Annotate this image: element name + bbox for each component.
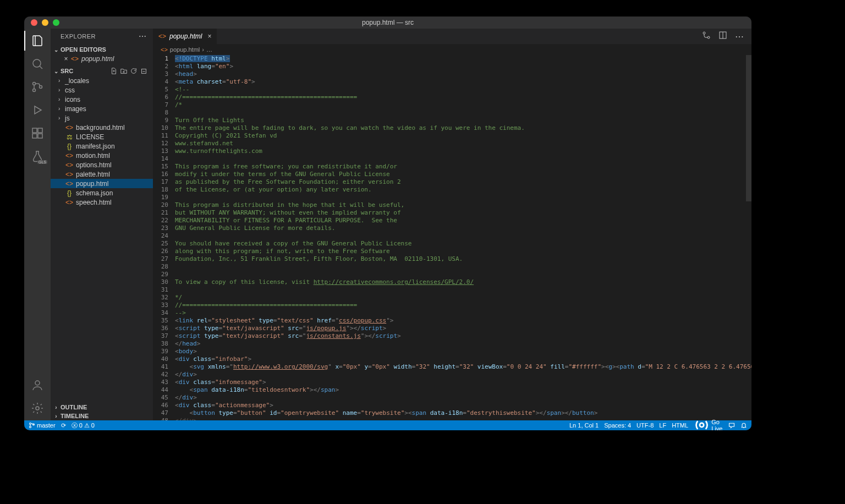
- settings-gear-icon[interactable]: [31, 402, 44, 415]
- run-debug-icon[interactable]: [31, 103, 44, 117]
- search-icon[interactable]: [31, 57, 44, 70]
- folder-item[interactable]: ›js: [51, 113, 153, 123]
- activity-bar: [24, 29, 51, 420]
- html-file-icon: <>: [65, 152, 74, 160]
- collapse-all-icon[interactable]: [140, 67, 147, 75]
- folder-item[interactable]: ›icons: [51, 95, 153, 104]
- outline-header[interactable]: › OUTLINE: [51, 403, 153, 412]
- problems[interactable]: ⓧ 0 ⚠ 0: [72, 421, 95, 430]
- chevron-down-icon: ⌄: [53, 47, 59, 53]
- folder-item[interactable]: ›images: [51, 104, 153, 113]
- svg-rect-5: [38, 128, 42, 133]
- open-editors-header[interactable]: ⌄ OPEN EDITORS: [51, 45, 153, 54]
- explorer-title: EXPLORER: [61, 33, 96, 40]
- git-branch[interactable]: master: [29, 422, 56, 429]
- svg-rect-6: [32, 134, 37, 138]
- folder-item[interactable]: ›css: [51, 85, 153, 95]
- chevron-right-icon: ›: [53, 404, 59, 410]
- open-editor-item[interactable]: × <> popup.html: [51, 54, 153, 64]
- open-editor-filename: popup.html: [81, 55, 114, 63]
- svg-point-3: [40, 86, 42, 89]
- chevron-right-icon: ›: [53, 413, 59, 419]
- language-mode[interactable]: HTML: [672, 422, 688, 429]
- sync-icon[interactable]: ⟳: [61, 422, 66, 429]
- vertical-scrollbar[interactable]: [746, 55, 751, 201]
- compare-changes-icon[interactable]: [702, 31, 711, 42]
- sidebar: EXPLORER ⋯ ⌄ OPEN EDITORS × <> popup.htm…: [51, 29, 153, 420]
- gitlens-icon[interactable]: [31, 171, 44, 184]
- new-file-icon[interactable]: [110, 67, 118, 75]
- new-folder-icon[interactable]: [120, 67, 128, 75]
- chevron-right-icon: ›: [58, 87, 65, 93]
- indentation[interactable]: Spaces: 4: [604, 422, 631, 429]
- file-item[interactable]: ⚖LICENSE: [51, 132, 153, 141]
- bell-icon[interactable]: [740, 422, 747, 429]
- refresh-icon[interactable]: [130, 67, 138, 75]
- html-file-icon: <>: [65, 124, 74, 132]
- more-actions-icon[interactable]: ⋯: [735, 31, 744, 42]
- svg-point-0: [33, 59, 41, 67]
- file-item[interactable]: <>palette.html: [51, 169, 153, 179]
- svg-rect-7: [38, 134, 42, 138]
- json-file-icon: {}: [65, 189, 74, 197]
- window-title: popup.html — src: [362, 19, 414, 26]
- eol[interactable]: LF: [659, 422, 666, 429]
- timeline-header[interactable]: › TIMELINE: [51, 412, 153, 420]
- code-lines[interactable]: <!DOCTYPE html><html lang="en"><head><me…: [175, 55, 751, 420]
- chevron-right-icon: ›: [58, 106, 65, 112]
- file-item[interactable]: <>speech.html: [51, 198, 153, 207]
- svg-point-8: [35, 381, 40, 385]
- titlebar[interactable]: popup.html — src: [24, 17, 751, 29]
- file-item[interactable]: <>options.html: [51, 160, 153, 169]
- close-window-icon[interactable]: [31, 19, 37, 26]
- main-body: EXPLORER ⋯ ⌄ OPEN EDITORS × <> popup.htm…: [24, 29, 751, 420]
- sidebar-header: EXPLORER ⋯: [51, 29, 153, 44]
- explorer-icon[interactable]: [31, 34, 44, 47]
- html-file-icon: <>: [65, 171, 74, 178]
- file-item[interactable]: <>motion.html: [51, 151, 153, 160]
- chevron-down-icon: ⌄: [53, 68, 59, 74]
- html-file-icon: <>: [70, 55, 79, 63]
- status-bar: master ⟳ ⓧ 0 ⚠ 0 Ln 1, Col 1 Spaces: 4 U…: [24, 420, 751, 430]
- tab-actions: ⋯: [702, 29, 751, 44]
- encoding[interactable]: UTF-8: [637, 422, 654, 429]
- folder-root-header[interactable]: ⌄ SRC: [51, 66, 153, 76]
- folder-item[interactable]: ›_locales: [51, 76, 153, 85]
- file-item[interactable]: <>background.html: [51, 123, 153, 132]
- maximize-window-icon[interactable]: [53, 19, 59, 26]
- breadcrumbs[interactable]: <> popup.html › …: [153, 44, 751, 55]
- chevron-right-icon: ›: [58, 78, 65, 84]
- split-editor-icon[interactable]: [718, 31, 727, 42]
- html-file-icon: <>: [65, 180, 74, 188]
- html-file-icon: <>: [158, 32, 166, 40]
- svg-point-9: [36, 407, 39, 410]
- svg-point-17: [700, 423, 704, 427]
- cursor-position[interactable]: Ln 1, Col 1: [569, 422, 599, 429]
- svg-point-15: [30, 426, 31, 428]
- file-tree: ›_locales›css›icons›images›js<>backgroun…: [51, 76, 153, 207]
- svg-point-11: [703, 32, 705, 34]
- code-editor[interactable]: 1234567891011121314151617181920212223242…: [153, 55, 751, 420]
- breadcrumb-file[interactable]: popup.html: [170, 46, 200, 53]
- file-item[interactable]: <>popup.html: [51, 179, 153, 188]
- test-icon[interactable]: [31, 150, 44, 163]
- extensions-icon[interactable]: [31, 127, 44, 140]
- editor-area: <> popup.html × ⋯ <> popup.html › … 1234…: [153, 29, 751, 420]
- line-gutter: 1234567891011121314151617181920212223242…: [153, 55, 175, 420]
- file-item[interactable]: {}schema.json: [51, 188, 153, 198]
- tab-popup[interactable]: <> popup.html ×: [153, 29, 217, 44]
- close-editor-icon[interactable]: ×: [62, 55, 70, 63]
- svg-rect-4: [32, 128, 37, 133]
- app-window: popup.html — src EXPLORER ⋯ ⌄ OPEN EDITO…: [24, 17, 751, 430]
- html-file-icon: <>: [161, 46, 168, 53]
- svg-point-14: [30, 423, 31, 425]
- traffic-lights: [24, 19, 59, 26]
- explorer-more-icon[interactable]: ⋯: [139, 32, 147, 41]
- lic-file-icon: ⚖: [65, 133, 74, 141]
- account-icon[interactable]: [31, 379, 44, 392]
- source-control-icon[interactable]: [31, 80, 44, 94]
- minimize-window-icon[interactable]: [42, 19, 48, 26]
- feedback-icon[interactable]: [728, 422, 735, 429]
- file-item[interactable]: {}manifest.json: [51, 141, 153, 151]
- close-tab-icon[interactable]: ×: [207, 32, 211, 40]
